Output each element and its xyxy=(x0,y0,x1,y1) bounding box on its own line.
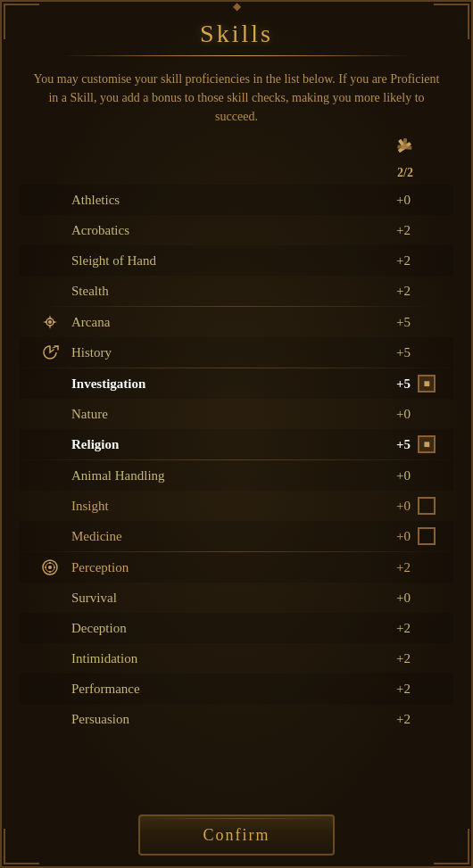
skill-bonus-intimidation: +2 xyxy=(375,651,411,666)
skill-name-insight: Insight xyxy=(67,499,375,514)
svg-point-11 xyxy=(45,566,46,568)
skill-bonus-athletics: +0 xyxy=(375,193,411,208)
skill-bonus-arcana: +5 xyxy=(375,315,411,330)
skill-bonus-acrobatics: +2 xyxy=(375,223,411,238)
confirm-section: Confirm xyxy=(2,804,471,866)
skill-name-athletics: Athletics xyxy=(67,193,375,208)
corner-decoration-tl xyxy=(4,4,39,39)
title-section: Skills xyxy=(2,20,471,56)
skill-bonus-survival: +0 xyxy=(375,591,411,606)
svg-point-12 xyxy=(54,566,55,568)
skill-bonus-performance: +2 xyxy=(375,682,411,697)
svg-point-8 xyxy=(48,566,52,569)
skill-bonus-animal: +0 xyxy=(375,468,411,484)
skill-checkbox-religion[interactable] xyxy=(418,435,436,453)
skill-name-religion: Religion xyxy=(67,437,375,452)
skill-row-athletics: Athletics+0 xyxy=(20,185,453,215)
confirm-button[interactable]: Confirm xyxy=(138,814,335,856)
description-text: You may customise your skill proficienci… xyxy=(29,70,444,126)
svg-point-10 xyxy=(49,571,51,573)
main-panel: Skills You may customise your skill prof… xyxy=(0,0,473,868)
skill-row-acrobatics: Acrobatics+2 xyxy=(20,215,453,245)
title-divider xyxy=(63,55,411,56)
skill-row-medicine: Medicine+0 xyxy=(20,521,453,551)
skill-name-intimidation: Intimidation xyxy=(67,651,375,666)
skill-name-nature: Nature xyxy=(67,407,375,422)
skill-row-insight: Insight+0 xyxy=(20,491,453,521)
skill-row-deception: Deception+2 xyxy=(20,613,453,643)
arcana-icon xyxy=(37,312,62,332)
corner-decoration-br xyxy=(434,829,469,864)
skill-name-investigation: Investigation xyxy=(67,376,375,392)
counter-section: 2/2 xyxy=(2,135,471,180)
skill-bonus-perception: +2 xyxy=(375,560,411,575)
skill-name-acrobatics: Acrobatics xyxy=(67,223,375,238)
skill-row-stealth: Stealth+2 xyxy=(20,276,453,306)
corner-decoration-bl xyxy=(4,829,39,864)
skill-row-history: History+5 xyxy=(20,337,453,368)
skill-checkbox-insight[interactable] xyxy=(418,497,436,515)
skill-name-stealth: Stealth xyxy=(67,284,375,299)
corner-decoration-tr xyxy=(434,4,469,39)
skill-row-nature: Nature+0 xyxy=(20,399,453,429)
history-icon xyxy=(37,343,62,362)
skill-checkbox-investigation[interactable] xyxy=(418,375,436,393)
perception-icon xyxy=(37,558,62,577)
skill-bonus-sleight: +2 xyxy=(375,253,411,269)
skill-row-persuasion: Persuasion+2 xyxy=(20,704,453,734)
skill-bonus-investigation: +5 xyxy=(375,376,411,392)
skill-row-arcana: Arcana+5 xyxy=(20,307,453,337)
skill-name-perception: Perception xyxy=(67,560,375,575)
skill-row-performance: Performance+2 xyxy=(20,674,453,704)
page-title: Skills xyxy=(20,20,453,48)
skill-row-sleight: Sleight of Hand+2 xyxy=(20,245,453,276)
skills-list: Athletics+0Acrobatics+2Sleight of Hand+2… xyxy=(2,185,471,804)
counter-value: 2/2 xyxy=(397,166,413,180)
skill-row-intimidation: Intimidation+2 xyxy=(20,643,453,674)
skill-name-performance: Performance xyxy=(67,682,375,697)
top-ornament xyxy=(228,0,245,12)
skill-bonus-stealth: +2 xyxy=(375,284,411,299)
skill-name-persuasion: Persuasion xyxy=(67,712,375,727)
skill-bonus-deception: +2 xyxy=(375,621,411,636)
skill-name-medicine: Medicine xyxy=(67,529,375,544)
skill-bonus-medicine: +0 xyxy=(375,529,411,544)
skill-bonus-insight: +0 xyxy=(375,499,411,514)
skill-name-animal: Animal Handling xyxy=(67,468,375,484)
svg-point-9 xyxy=(49,562,51,564)
hammer-icon xyxy=(389,132,421,167)
skill-row-animal: Animal Handling+0 xyxy=(20,460,453,491)
skill-name-arcana: Arcana xyxy=(67,315,375,330)
skill-name-survival: Survival xyxy=(67,591,375,606)
skill-checkbox-medicine[interactable] xyxy=(418,527,436,545)
skill-name-sleight: Sleight of Hand xyxy=(67,253,375,269)
skill-row-investigation: Investigation+5 xyxy=(20,368,453,399)
svg-point-5 xyxy=(48,320,52,324)
skill-name-deception: Deception xyxy=(67,621,375,636)
skill-row-religion: Religion+5 xyxy=(20,429,453,459)
skill-bonus-religion: +5 xyxy=(375,437,411,452)
skill-bonus-history: +5 xyxy=(375,345,411,360)
skill-bonus-nature: +0 xyxy=(375,407,411,422)
proficiency-counter: 2/2 xyxy=(393,135,418,180)
skill-name-history: History xyxy=(67,345,375,360)
skill-bonus-persuasion: +2 xyxy=(375,712,411,727)
skill-row-survival: Survival+0 xyxy=(20,583,453,613)
skill-row-perception: Perception+2 xyxy=(20,552,453,583)
